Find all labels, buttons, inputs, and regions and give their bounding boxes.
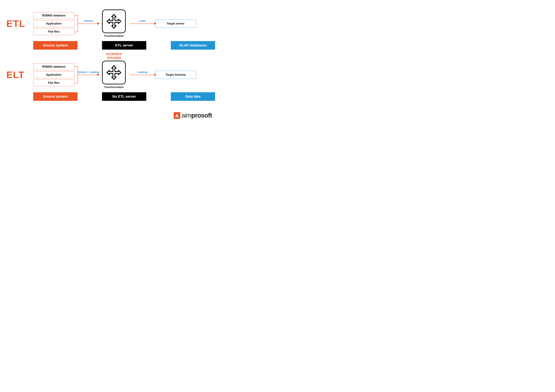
elt-title: ELT: [6, 69, 33, 80]
etl-label-target: OLAP databases: [171, 41, 215, 50]
elt-connector-extract-load: Extract + Loading: [79, 75, 98, 75]
etl-flow-row: ETL RDBMS database Application Flat file…: [6, 9, 215, 38]
elt-center-sub: Transformation: [104, 86, 124, 89]
logo-text-pre: aim: [182, 112, 191, 119]
elt-center-header-line2: STAGING: [107, 56, 121, 60]
etl-title-col: ETL: [6, 18, 33, 29]
etl-label-server: ETL server: [102, 41, 146, 50]
etl-sources: RDBMS database Application Flat files: [33, 12, 74, 35]
elt-label-target: Data lake: [171, 92, 215, 101]
etl-section: ETL RDBMS database Application Flat file…: [6, 9, 215, 50]
elt-target: Target Schema: [155, 71, 196, 79]
elt-source-rdbms: RDBMS database: [33, 63, 74, 70]
etl-source-flat-files: Flat files: [33, 28, 74, 35]
aimprosoft-logo: aimprosoft: [174, 112, 212, 119]
etl-transformation-block: Transformation: [98, 9, 130, 38]
elt-conn2-label: Loading: [138, 71, 147, 74]
elt-label-server: No ETL server: [102, 92, 146, 101]
elt-flow-row: ELT RDBMS database Application Flat file…: [6, 61, 215, 89]
logo-text: aimprosoft: [182, 112, 212, 119]
etl-title: ETL: [6, 18, 33, 29]
elt-target-box: Target Schema: [155, 71, 196, 79]
elt-center-header: SCHEMAS STAGING: [106, 52, 122, 60]
elt-label-source: Source system: [33, 92, 78, 101]
elt-sources: RDBMS database Application Flat files: [33, 63, 74, 86]
etl-connector-extract: Extract: [79, 23, 98, 24]
etl-labels-row: Source system ETL server OLAP databases: [6, 41, 215, 50]
etl-transformation-icon-box: [102, 9, 126, 33]
logo-row: aimprosoft: [6, 112, 215, 119]
etl-source-rdbms: RDBMS database: [33, 12, 74, 19]
arrows-cross-icon: [106, 65, 122, 80]
arrows-cross-icon: [106, 14, 122, 29]
etl-connector-load: Load: [130, 23, 155, 24]
elt-source-application: Application: [33, 71, 74, 78]
elt-transformation-block: SCHEMAS STAGING Transformation: [98, 61, 130, 89]
elt-connector-loading: Loading: [130, 75, 155, 75]
etl-conn1-label: Extract: [84, 20, 93, 22]
elt-transformation-icon-box: [102, 61, 126, 84]
etl-target-box: Target server: [155, 20, 196, 28]
etl-bracket: [74, 12, 79, 36]
elt-labels-row: Source system No ETL server Data lake: [6, 92, 215, 101]
logo-mark-icon: [174, 112, 180, 119]
etl-label-source: Source system: [33, 41, 78, 50]
etl-target: Target server: [155, 20, 196, 28]
elt-source-flat-files: Flat files: [33, 79, 74, 86]
elt-title-col: ELT: [6, 69, 33, 80]
elt-section: ELT RDBMS database Application Flat file…: [6, 61, 215, 101]
elt-bracket: [74, 63, 79, 86]
etl-center-sub: Transformation: [104, 35, 124, 38]
etl-source-application: Application: [33, 20, 74, 27]
logo-text-bold: prosoft: [191, 112, 212, 119]
elt-conn1-label: Extract + Loading: [78, 71, 99, 74]
etl-conn2-label: Load: [139, 20, 145, 22]
elt-center-header-line1: SCHEMAS: [106, 52, 122, 56]
